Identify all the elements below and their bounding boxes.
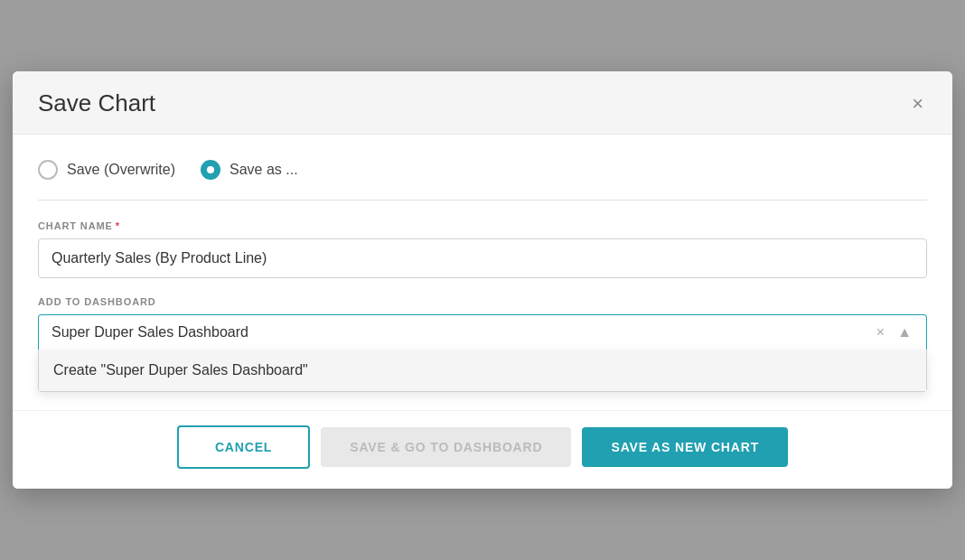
radio-group: Save (Overwrite) Save as ... [38, 160, 927, 180]
save-chart-modal: Save Chart × Save (Overwrite) Save as ..… [13, 71, 952, 489]
modal-header: Save Chart × [13, 71, 952, 135]
modal-overlay: Save Chart × Save (Overwrite) Save as ..… [0, 0, 965, 560]
modal-footer: CANCEL SAVE & GO TO DASHBOARD SAVE AS NE… [13, 410, 952, 489]
dashboard-field-wrapper: × ▲ Create "Super Duper Sales Dashboard" [38, 314, 927, 392]
radio-save-as[interactable]: Save as ... [201, 160, 298, 180]
chart-name-input[interactable] [38, 238, 927, 278]
cancel-button[interactable]: CANCEL [177, 425, 310, 469]
dashboard-toggle-button[interactable]: ▲ [895, 322, 913, 342]
section-divider [38, 200, 927, 201]
save-dashboard-button: SAVE & GO TO DASHBOARD [321, 427, 571, 467]
dashboard-dropdown: Create "Super Duper Sales Dashboard" [38, 350, 927, 392]
dashboard-label: ADD TO DASHBOARD [38, 296, 927, 307]
chart-name-label: CHART NAME* [38, 220, 927, 231]
close-button[interactable]: × [908, 90, 927, 117]
radio-overwrite[interactable]: Save (Overwrite) [38, 160, 175, 180]
save-new-chart-button[interactable]: SAVE AS NEW CHART [582, 427, 788, 467]
radio-label-save-as: Save as ... [230, 162, 298, 178]
radio-circle-save-as [201, 160, 220, 180]
radio-label-overwrite: Save (Overwrite) [67, 162, 175, 178]
dashboard-input-icons: × ▲ [875, 322, 913, 342]
dashboard-input[interactable] [52, 324, 913, 341]
required-indicator: * [116, 220, 120, 231]
modal-body: Save (Overwrite) Save as ... CHART NAME*… [13, 135, 952, 410]
dashboard-input-wrapper: × ▲ [38, 314, 927, 350]
dropdown-create-item[interactable]: Create "Super Duper Sales Dashboard" [39, 350, 926, 391]
modal-title: Save Chart [38, 89, 155, 117]
dashboard-clear-button[interactable]: × [875, 322, 886, 342]
radio-circle-overwrite [38, 160, 58, 180]
